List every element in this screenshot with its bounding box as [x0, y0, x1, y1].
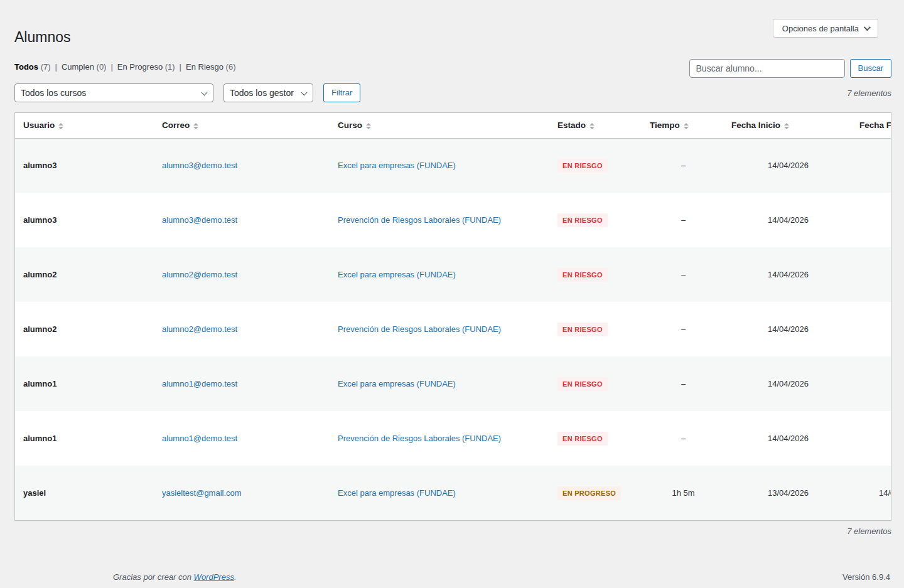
time-value: –: [642, 247, 723, 302]
end-date: –: [851, 356, 891, 411]
footer-thanks: Gracias por crear con WordPress.: [113, 572, 237, 582]
filter-view-cumplen[interactable]: Cumplen (0): [62, 62, 107, 72]
filter-view-en-progreso[interactable]: En Progreso (1): [117, 62, 175, 72]
status-badge: EN RIESGO: [557, 159, 608, 173]
student-username: yasiel: [23, 488, 46, 498]
sort-icon: [684, 123, 689, 129]
wordpress-link[interactable]: WordPress: [194, 572, 234, 582]
start-date: 14/04/2026: [723, 356, 851, 411]
admin-footer: Gracias por crear con WordPress. Versión…: [0, 536, 904, 582]
status-badge: EN PROGRESO: [557, 486, 621, 500]
student-email-link[interactable]: yasieltest@gmail.com: [162, 488, 242, 498]
status-badge: EN RIESGO: [557, 432, 608, 446]
start-date: 14/04/2026: [723, 193, 851, 247]
table-row: alumno1alumno1@demo.testPrevención de Ri…: [15, 411, 891, 466]
footer-thanks-prefix: Gracias por crear con: [113, 572, 194, 582]
end-date: –: [851, 193, 891, 247]
course-link[interactable]: Prevención de Riesgos Laborales (FUNDAE): [338, 434, 501, 443]
table-row: alumno3alumno3@demo.testExcel para empre…: [15, 138, 891, 193]
column-header-estado[interactable]: Estado: [549, 113, 642, 138]
time-value: –: [642, 138, 723, 193]
students-table: UsuarioCorreoCursoEstadoTiempoFecha Inic…: [15, 113, 891, 520]
column-header-correo[interactable]: Correo: [154, 113, 330, 138]
filter-view-count: (0): [97, 62, 107, 72]
main-content: Alumnos Buscar Todos (7)|Cumplen (0)|En …: [14, 0, 891, 536]
student-email-link[interactable]: alumno3@demo.test: [162, 215, 237, 225]
status-badge: EN RIESGO: [557, 377, 608, 391]
column-label: Correo: [162, 120, 190, 130]
column-label: Usuario: [23, 120, 55, 130]
column-header-fecha-inicio[interactable]: Fecha Inicio: [723, 113, 851, 138]
table-row: alumno2alumno2@demo.testExcel para empre…: [15, 247, 891, 302]
student-email-link[interactable]: alumno1@demo.test: [162, 434, 237, 443]
column-label: Curso: [338, 120, 362, 130]
student-email-link[interactable]: alumno2@demo.test: [162, 324, 237, 334]
column-header-fecha-fin[interactable]: Fecha Fin: [851, 113, 891, 138]
view-separator: |: [55, 62, 57, 72]
end-date: –: [851, 138, 891, 193]
table-row: alumno2alumno2@demo.testPrevención de Ri…: [15, 302, 891, 356]
course-link[interactable]: Excel para empresas (FUNDAE): [338, 270, 456, 279]
sort-icon: [784, 123, 789, 129]
student-username: alumno1: [23, 434, 56, 443]
end-date: –: [851, 302, 891, 356]
column-label: Tiempo: [650, 120, 680, 130]
students-table-container: UsuarioCorreoCursoEstadoTiempoFecha Inic…: [14, 112, 891, 521]
manager-filter-select[interactable]: Todos los gestores: [223, 83, 313, 102]
filter-view-en-riesgo[interactable]: En Riesgo (6): [186, 62, 235, 72]
course-link[interactable]: Excel para empresas (FUNDAE): [338, 379, 456, 388]
student-email-link[interactable]: alumno2@demo.test: [162, 270, 237, 279]
student-email-link[interactable]: alumno1@demo.test: [162, 379, 237, 388]
sort-icon: [366, 123, 371, 129]
start-date: 14/04/2026: [723, 302, 851, 356]
column-label: Fecha Inicio: [731, 120, 780, 130]
student-username: alumno2: [23, 270, 56, 279]
end-date: –: [851, 247, 891, 302]
table-row: yasielyasieltest@gmail.comExcel para emp…: [15, 466, 891, 520]
time-value: 1h 5m: [642, 466, 723, 520]
footer-version: Versión 6.9.4: [842, 572, 890, 582]
table-toolbar: Todos los cursos Todos los gestores Filt…: [14, 83, 891, 102]
end-date: 14/04/2026: [851, 466, 891, 520]
course-link[interactable]: Prevención de Riesgos Laborales (FUNDAE): [338, 215, 501, 225]
time-value: –: [642, 411, 723, 466]
filter-button[interactable]: Filtrar: [323, 83, 360, 102]
course-link[interactable]: Prevención de Riesgos Laborales (FUNDAE): [338, 324, 501, 334]
start-date: 13/04/2026: [723, 466, 851, 520]
course-link[interactable]: Excel para empresas (FUNDAE): [338, 161, 456, 170]
student-username: alumno3: [23, 215, 56, 225]
status-badge: EN RIESGO: [557, 213, 608, 227]
course-link[interactable]: Excel para empresas (FUNDAE): [338, 488, 456, 498]
course-filter-select[interactable]: Todos los cursos: [14, 83, 213, 102]
table-row: alumno3alumno3@demo.testPrevención de Ri…: [15, 193, 891, 247]
start-date: 14/04/2026: [723, 411, 851, 466]
start-date: 14/04/2026: [723, 247, 851, 302]
search-box: Buscar: [689, 59, 891, 78]
search-button[interactable]: Buscar: [850, 59, 891, 78]
items-count-bottom: 7 elementos: [14, 527, 891, 536]
student-email-link[interactable]: alumno3@demo.test: [162, 161, 237, 170]
status-badge: EN RIESGO: [557, 268, 608, 282]
start-date: 14/04/2026: [723, 138, 851, 193]
column-header-tiempo[interactable]: Tiempo: [642, 113, 723, 138]
end-date: –: [851, 411, 891, 466]
filter-view-todos[interactable]: Todos (7): [14, 62, 51, 72]
items-count-top: 7 elementos: [847, 88, 891, 98]
footer-thanks-suffix: .: [234, 572, 237, 582]
course-filter: Todos los cursos: [14, 83, 213, 102]
search-input[interactable]: [689, 59, 845, 78]
column-header-curso[interactable]: Curso: [330, 113, 549, 138]
student-username: alumno2: [23, 324, 56, 334]
column-header-usuario[interactable]: Usuario: [15, 113, 154, 138]
time-value: –: [642, 193, 723, 247]
page-title: Alumnos: [14, 0, 891, 46]
filter-view-count: (1): [165, 62, 175, 72]
manager-filter: Todos los gestores: [223, 83, 313, 102]
filter-view-count: (6): [226, 62, 236, 72]
filter-view-count: (7): [41, 62, 51, 72]
view-separator: |: [180, 62, 181, 72]
table-row: alumno1alumno1@demo.testExcel para empre…: [15, 356, 891, 411]
time-value: –: [642, 302, 723, 356]
column-label: Estado: [557, 120, 586, 130]
sort-icon: [193, 123, 198, 129]
